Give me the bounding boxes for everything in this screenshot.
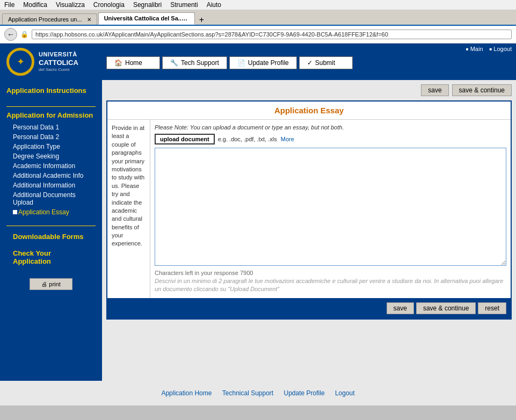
nav-home-button[interactable]: 🏠 Home <box>106 56 160 69</box>
nav-submit-button[interactable]: ✓ Submit <box>299 56 353 69</box>
nav-techsupport-button[interactable]: 🔧 Tech Support <box>162 56 227 69</box>
sidebar-item-degreeseeking[interactable]: Degree Seeking <box>6 151 96 161</box>
sidebar-item-addacademic[interactable]: Additional Academic Info <box>6 171 96 180</box>
main-content: save save & continue Application Essay P… <box>102 80 516 381</box>
italian-hint: Descrivi in un minimo di 2 paragrafi le … <box>155 277 506 294</box>
menu-segnalibri[interactable]: Segnalibri <box>133 1 162 9</box>
content-footer: save save & continue reset <box>107 298 511 318</box>
wrench-icon: 🔧 <box>170 59 178 67</box>
sidebar-item-personal2[interactable]: Personal Data 2 <box>6 132 96 142</box>
upload-more-link[interactable]: More <box>281 136 294 142</box>
tab-0[interactable]: Application Procedures un... ✕ <box>2 13 97 25</box>
content-box: Application Essay Provide in at least a … <box>106 100 512 320</box>
footer-link-home[interactable]: Application Home <box>161 389 212 397</box>
address-bar: ← 🔒 <box>0 26 516 44</box>
new-tab-button[interactable]: + <box>196 15 207 25</box>
document-icon: 📄 <box>237 59 245 67</box>
checkmark-icon: ✓ <box>307 59 312 67</box>
sidebar-item-essay[interactable]: Application Essay <box>6 207 96 217</box>
tab-close-1[interactable]: ✕ <box>188 16 192 21</box>
save-continue-button-top[interactable]: save & continue <box>452 84 512 96</box>
sidebar-check-application[interactable]: Check Your Application <box>6 247 96 267</box>
app-wrapper: ✦ UNIVERSITÀ CATTOLICA del Sacro Cuore M… <box>0 44 516 405</box>
menu-aiuto[interactable]: Aiuto <box>207 1 221 9</box>
essay-note: Please Note: You can upload a document o… <box>155 124 506 131</box>
menu-visualizza[interactable]: Visualizza <box>56 1 85 9</box>
sidebar-item-apptype[interactable]: Application Type <box>6 142 96 151</box>
logo-inner: ✦ <box>8 49 33 75</box>
upload-document-button[interactable]: upload document <box>155 134 215 144</box>
footer-link-support[interactable]: Technical Support <box>222 389 273 397</box>
print-button[interactable]: 🖨 print <box>30 278 72 290</box>
sidebar-title-instructions[interactable]: Application Instructions <box>6 86 96 96</box>
url-field[interactable] <box>32 30 512 39</box>
upload-hint: e.g. .doc, .pdf, .txt, .xls More <box>218 136 294 142</box>
sidebar-title-admission: Application for Admission <box>6 111 96 120</box>
lock-icon: 🔒 <box>20 31 28 38</box>
sidebar-divider-2 <box>6 226 96 226</box>
save-button-top[interactable]: save <box>421 84 448 96</box>
nav-updateprofile-button[interactable]: 📄 Update Profile <box>229 56 297 69</box>
section-title: Application Essay <box>107 102 511 119</box>
content-header: save save & continue <box>106 84 512 96</box>
save-button-bottom[interactable]: save <box>387 302 414 314</box>
sidebar-downloadable-forms[interactable]: Downloadable Forms <box>6 230 96 243</box>
tab-close-0[interactable]: ✕ <box>87 17 91 23</box>
nav-area: Main Logout 🏠 Home 🔧 Tech Support 📄 Upda… <box>102 44 516 80</box>
page-footer: Application Home Technical Support Updat… <box>0 381 516 405</box>
sidebar-section-check: Check Your Application <box>0 247 102 272</box>
top-link-logout[interactable]: Logout <box>490 46 512 52</box>
menu-modifica[interactable]: Modifica <box>23 1 47 9</box>
essay-right: Please Note: You can upload a document o… <box>150 120 511 298</box>
print-icon: 🖨 <box>41 281 47 287</box>
sidebar-item-academic[interactable]: Academic Information <box>6 161 96 171</box>
nav-buttons: 🏠 Home 🔧 Tech Support 📄 Update Profile ✓… <box>102 54 516 71</box>
chars-left: Characters left in your response 7900 <box>155 267 506 277</box>
top-links: Main Logout <box>102 44 516 54</box>
active-marker <box>13 210 17 214</box>
back-button[interactable]: ← <box>4 28 17 41</box>
save-continue-button-bottom[interactable]: save & continue <box>416 302 476 314</box>
sidebar-item-personal1[interactable]: Personal Data 1 <box>6 122 96 132</box>
top-link-main[interactable]: Main <box>466 46 483 52</box>
sidebar-section-admission: Application for Admission Personal Data … <box>0 111 102 221</box>
sidebar-section-forms: Downloadable Forms <box>0 230 102 247</box>
browser-menu: File Modifica Visualizza Cronologia Segn… <box>0 0 516 10</box>
menu-cronologia[interactable]: Cronologia <box>93 1 125 9</box>
upload-row: upload document e.g. .doc, .pdf, .txt, .… <box>155 134 506 144</box>
logo-text: UNIVERSITÀ CATTOLICA del Sacro Cuore <box>39 50 78 73</box>
sidebar-section-instructions: Application Instructions <box>0 86 102 102</box>
sidebar-divider-1 <box>6 106 96 107</box>
footer-link-profile[interactable]: Update Profile <box>284 389 325 397</box>
essay-prompt: Provide in at least a couple of paragrap… <box>107 120 150 298</box>
essay-textarea[interactable] <box>155 148 506 266</box>
content-inner: Application Essay Provide in at least a … <box>107 102 511 298</box>
sidebar-item-addinfo[interactable]: Additional Information <box>6 180 96 190</box>
app-header: ✦ UNIVERSITÀ CATTOLICA del Sacro Cuore M… <box>0 44 516 80</box>
sidebar: Application Instructions Application for… <box>0 80 102 381</box>
footer-link-logout[interactable]: Logout <box>335 389 355 397</box>
home-icon: 🏠 <box>114 59 122 67</box>
essay-area: Provide in at least a couple of paragrap… <box>107 119 511 298</box>
logo-area: ✦ UNIVERSITÀ CATTOLICA del Sacro Cuore <box>0 44 102 80</box>
reset-button[interactable]: reset <box>478 302 506 314</box>
logo-circle: ✦ <box>6 48 34 76</box>
sidebar-item-adddocs[interactable]: Additional Documents Upload <box>6 190 96 207</box>
tab-1[interactable]: Università Cattolica del Sa... ✕ <box>98 12 195 25</box>
menu-strumenti[interactable]: Strumenti <box>170 1 198 9</box>
menu-file[interactable]: File <box>4 1 14 9</box>
tab-bar: Application Procedures un... ✕ Universit… <box>0 10 516 26</box>
content-wrapper: Application Instructions Application for… <box>0 80 516 381</box>
